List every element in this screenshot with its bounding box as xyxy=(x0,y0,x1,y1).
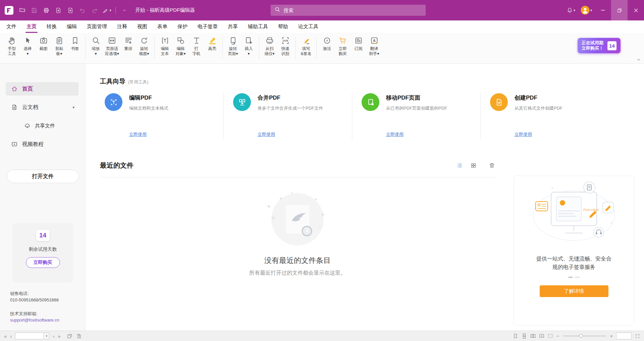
learn-more-button[interactable]: 了解详情 xyxy=(540,285,608,297)
card-title: 创建PDF xyxy=(515,94,562,102)
ribbon-insert[interactable]: 插入 ▾ xyxy=(241,35,257,57)
account-avatar[interactable]: ▾ xyxy=(578,4,595,17)
grid-view-button[interactable] xyxy=(470,162,477,169)
first-page-button[interactable]: « xyxy=(4,334,7,339)
buy-now-button[interactable]: 立即购买 xyxy=(26,257,60,268)
previous-view-button[interactable] xyxy=(67,333,72,339)
sidebar-item-shared-files[interactable]: 共享文件 xyxy=(6,119,78,132)
fullscreen-button[interactable] xyxy=(635,334,640,339)
support-email-link[interactable]: support@foxitsoftware.cn xyxy=(10,317,59,323)
ribbon-translate-assistant[interactable]: A 翻译 助手▾ xyxy=(366,35,382,57)
zoom-percent-input[interactable] xyxy=(616,333,632,339)
restore-button[interactable] xyxy=(611,0,628,20)
split-view-button[interactable] xyxy=(548,333,553,339)
menu-home[interactable]: 主页 xyxy=(21,20,42,33)
ribbon-highlight[interactable]: 高亮 xyxy=(204,35,220,52)
zoom-in-button[interactable]: + xyxy=(610,333,613,339)
notifications-bell-icon[interactable]: ▾ xyxy=(564,4,578,17)
facing-view-button[interactable] xyxy=(530,333,536,339)
carousel-dot-active[interactable] xyxy=(568,277,573,278)
undo-icon[interactable] xyxy=(77,5,88,16)
ribbon-fill-sign[interactable]: 填写 &签名 xyxy=(298,35,314,57)
esign-pen-icon[interactable]: ▾ xyxy=(101,5,112,16)
menu-accessibility[interactable]: 辅助工具 xyxy=(243,20,273,33)
ribbon-bookmark[interactable]: 书签 xyxy=(67,35,83,52)
book-view-button[interactable] xyxy=(539,333,544,339)
ribbon-edit-text[interactable]: 编辑 文本 xyxy=(157,35,173,57)
use-now-link[interactable]: 立即使用 xyxy=(129,131,147,137)
menu-edit[interactable]: 编辑 xyxy=(62,20,82,33)
minimize-button[interactable] xyxy=(595,0,611,20)
export-pdf-icon[interactable] xyxy=(53,5,64,16)
clear-recent-trash-button[interactable] xyxy=(489,162,495,169)
card-merge-pdf[interactable]: 合并PDF 将多个文件合并生成一个PDF文件 立即使用 xyxy=(224,93,352,140)
sidebar-item-home[interactable]: 首页 xyxy=(6,82,78,96)
menu-page-manage[interactable]: 页面管理 xyxy=(82,20,112,33)
search-input[interactable] xyxy=(283,7,422,13)
menu-comment[interactable]: 注释 xyxy=(112,20,132,33)
ribbon-from-scanner[interactable]: 从扫 描仪▾ xyxy=(262,35,277,57)
carousel-dot[interactable] xyxy=(575,277,580,278)
sidebar-item-video-tutorials[interactable]: 视频教程 xyxy=(6,137,78,151)
collapse-ribbon-button[interactable] xyxy=(637,56,641,62)
ribbon-select[interactable]: 选择 ▾ xyxy=(20,35,36,57)
use-now-link[interactable]: 立即使用 xyxy=(386,131,404,137)
menu-file[interactable]: 文件 xyxy=(1,20,21,33)
zoom-slider[interactable] xyxy=(563,336,606,336)
card-move-pdf-pages[interactable]: 移动PDF页面 从已有的PDF页面创建新的PDF 立即使用 xyxy=(352,93,481,140)
menu-esign[interactable]: 电子签章 xyxy=(193,20,223,33)
menu-convert[interactable]: 转换 xyxy=(42,20,62,33)
open-file-icon[interactable] xyxy=(17,5,28,16)
sidebar-item-cloud-docs[interactable]: 云文档 ▾ xyxy=(6,101,78,114)
zoom-out-button[interactable]: − xyxy=(556,333,559,339)
ribbon-snapshot[interactable]: 截图 xyxy=(36,35,51,52)
ribbon-rotate-view[interactable]: 旋转 视图▾ xyxy=(136,35,152,57)
trial-banner[interactable]: 正在试用期 立即购买！ 14 xyxy=(578,38,621,53)
menu-form[interactable]: 表单 xyxy=(152,20,172,33)
insert-page-icon xyxy=(245,36,253,45)
save-icon[interactable] xyxy=(29,5,40,16)
card-edit-pdf[interactable]: 编辑PDF 编辑文档和文本格式 立即使用 xyxy=(100,93,224,140)
card-create-pdf[interactable]: 创建PDF 从其它格式文件创建PDF 立即使用 xyxy=(481,93,609,140)
menu-paper-tools[interactable]: 论文工具 xyxy=(293,20,323,33)
prev-page-button[interactable]: ‹ xyxy=(10,334,12,339)
zoom-slider-thumb[interactable] xyxy=(579,334,583,338)
ribbon-reflow[interactable]: 重排 xyxy=(120,35,136,52)
ribbon-rotate-pages[interactable]: 旋转 页面▾ xyxy=(225,35,241,57)
ribbon-clipboard[interactable]: 剪贴 板▾ xyxy=(51,35,67,57)
use-now-link[interactable]: 立即使用 xyxy=(515,131,532,137)
use-now-link[interactable]: 立即使用 xyxy=(258,131,275,137)
last-page-button[interactable]: » xyxy=(58,334,60,339)
continuous-view-button[interactable] xyxy=(522,333,527,339)
ribbon-activate[interactable]: 激活 xyxy=(319,35,335,52)
ribbon-quick-ocr[interactable]: OCR 快速 识别 xyxy=(277,35,293,57)
ribbon-hand-tool[interactable]: 手型 工具 xyxy=(4,35,20,57)
next-page-button[interactable]: › xyxy=(53,334,54,339)
customize-toolbar-chevron-icon[interactable] xyxy=(119,5,130,16)
page-number-input[interactable] xyxy=(15,333,44,339)
menu-view[interactable]: 视图 xyxy=(132,20,152,33)
menu-help[interactable]: 帮助 xyxy=(273,20,293,33)
ribbon-edit-object[interactable]: 编辑 对象▾ xyxy=(173,35,189,57)
caret-down-icon[interactable]: ▾ xyxy=(72,105,74,110)
ribbon-zoom[interactable]: 缩放 ▾ xyxy=(88,35,104,57)
redo-icon[interactable] xyxy=(89,5,100,16)
esign-promo-panel: Foxit eSign 提供一站式、无缝流畅、安全合 规的电子签章服务 了解详情 xyxy=(514,176,634,326)
next-view-button[interactable] xyxy=(76,333,82,339)
ribbon-label: 编辑 对象▾ xyxy=(176,46,186,56)
print-icon[interactable] xyxy=(41,5,52,16)
ribbon-fit-options[interactable]: 页面适 应选项▾ xyxy=(104,35,120,57)
menu-protect[interactable]: 保护 xyxy=(172,20,193,33)
list-view-button[interactable] xyxy=(457,162,463,169)
ribbon-label: 选择 ▾ xyxy=(24,46,32,56)
close-button[interactable] xyxy=(628,0,644,20)
page-caret-button[interactable]: ▾ xyxy=(44,333,49,339)
ribbon-subscribe[interactable]: 订阅 xyxy=(351,35,366,52)
create-doc-icon[interactable] xyxy=(65,5,76,16)
search-box[interactable] xyxy=(271,5,426,16)
ribbon-buy-now[interactable]: 立即 购买 xyxy=(335,35,351,57)
open-file-button[interactable]: 打开文件 xyxy=(7,170,79,183)
menu-share[interactable]: 共享 xyxy=(223,20,243,33)
single-page-view-button[interactable] xyxy=(513,333,518,339)
ribbon-typewriter[interactable]: 打 字机 xyxy=(189,35,204,57)
